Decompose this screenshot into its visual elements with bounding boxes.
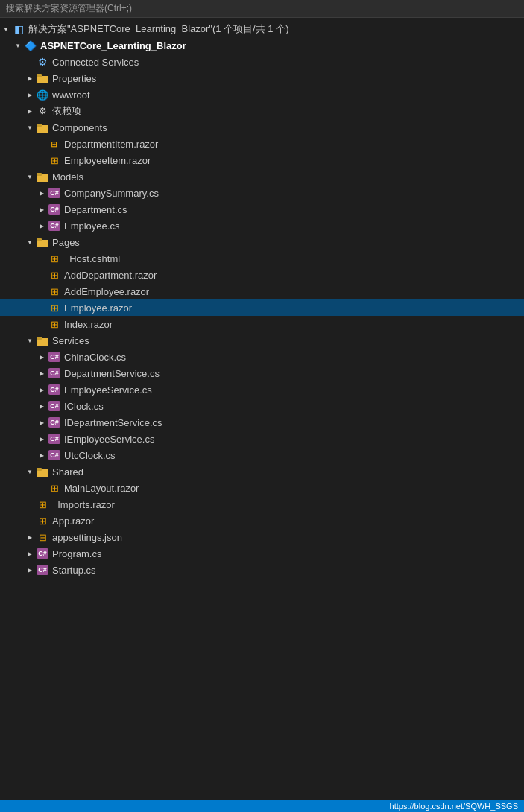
pages-label: Pages xyxy=(52,237,80,248)
addemployee-row[interactable]: ⊞ AddEmployee.razor xyxy=(0,283,524,299)
employee-razor-row[interactable]: ⊞ Employee.razor xyxy=(0,299,524,316)
pages-folder-icon xyxy=(36,236,49,248)
wwwroot-icon: 🌐 xyxy=(36,89,49,101)
idepartmentservice-row[interactable]: C# IDepartmentService.cs xyxy=(0,414,524,431)
program-cs-row[interactable]: C# Program.cs xyxy=(0,545,524,562)
wwwroot-expand[interactable] xyxy=(24,89,36,101)
imports-razor-icon: ⊞ xyxy=(36,498,49,510)
host-label: _Host.cshtml xyxy=(64,253,120,264)
properties-expand[interactable] xyxy=(24,72,36,84)
properties-row[interactable]: Properties xyxy=(0,70,524,86)
models-label: Models xyxy=(52,171,83,183)
services-folder-icon xyxy=(36,334,49,346)
appsettings-icon: ⊟ xyxy=(36,531,49,543)
components-label: Components xyxy=(52,122,107,133)
components-expand[interactable] xyxy=(24,121,36,133)
iemployeeservice-row[interactable]: C# IEmployeeService.cs xyxy=(0,431,524,447)
models-expand[interactable] xyxy=(24,171,36,183)
statusbar-url: https://blog.csdn.net/SQWH_SSGS xyxy=(390,802,518,811)
employee-cs-row[interactable]: C# Employee.cs xyxy=(0,218,524,234)
dependencies-icon: ⚙ xyxy=(36,105,49,117)
iemployeeservice-label: IEmployeeService.cs xyxy=(64,434,154,445)
statusbar: https://blog.csdn.net/SQWH_SSGS xyxy=(0,800,524,812)
chinaclock-cs-icon: C# xyxy=(48,351,61,363)
adddepartment-label: AddDepartment.razor xyxy=(64,270,157,281)
svg-rect-7 xyxy=(37,238,42,241)
shared-label: Shared xyxy=(52,466,83,478)
appsettings-row[interactable]: ⊟ appsettings.json xyxy=(0,529,524,545)
iclock-row[interactable]: C# IClock.cs xyxy=(0,398,524,414)
mainlayout-row[interactable]: ⊞ MainLayout.razor xyxy=(0,480,524,496)
connected-services-row[interactable]: ⚙ Connected Services xyxy=(0,54,524,70)
program-cs-label: Program.cs xyxy=(52,548,101,559)
project-icon: 🔷 xyxy=(24,39,37,51)
shared-folder-row[interactable]: Shared xyxy=(0,463,524,480)
app-razor-label: App.razor xyxy=(52,516,94,527)
employeeitem-row[interactable]: ⊞ EmployeeItem.razor xyxy=(0,152,524,168)
utcclock-row[interactable]: C# UtcClock.cs xyxy=(0,447,524,463)
solution-label: 解决方案"ASPNETCore_Learnting_Blazor"(1 个项目/… xyxy=(28,22,289,36)
imports-razor-row[interactable]: ⊞ _Imports.razor xyxy=(0,496,524,513)
department-item-row[interactable]: ⊞ DepartmentItem.razor xyxy=(0,136,524,152)
employee-razor-icon: ⊞ xyxy=(48,302,61,314)
wwwroot-row[interactable]: 🌐 wwwroot xyxy=(0,86,524,103)
properties-icon xyxy=(36,72,49,84)
addemployee-razor-icon: ⊞ xyxy=(48,285,61,297)
department-cs-row[interactable]: C# Department.cs xyxy=(0,201,524,218)
pages-expand[interactable] xyxy=(24,236,36,248)
utcclock-label: UtcClock.cs xyxy=(64,450,116,461)
services-folder-row[interactable]: Services xyxy=(0,332,524,349)
host-cshtml-row[interactable]: ⊞ _Host.cshtml xyxy=(0,250,524,267)
svg-rect-3 xyxy=(37,124,42,127)
companysummary-row[interactable]: C# CompanySummary.cs xyxy=(0,185,524,201)
departmentitem-razor-icon: ⊞ xyxy=(48,138,61,150)
departmentitem-label: DepartmentItem.razor xyxy=(64,139,158,150)
dependencies-expand[interactable] xyxy=(24,105,36,117)
properties-label: Properties xyxy=(52,73,96,84)
shared-folder-icon xyxy=(36,466,49,478)
wwwroot-label: wwwroot xyxy=(52,89,90,101)
index-razor-row[interactable]: ⊞ Index.razor xyxy=(0,316,524,332)
models-folder-icon xyxy=(36,171,49,183)
departmentservice-row[interactable]: C# DepartmentService.cs xyxy=(0,365,524,381)
chinaclock-label: ChinaClock.cs xyxy=(64,352,126,363)
app-razor-row[interactable]: ⊞ App.razor xyxy=(0,513,524,529)
svg-rect-11 xyxy=(37,468,42,471)
dependencies-row[interactable]: ⚙ 依赖项 xyxy=(0,103,524,119)
adddepartment-row[interactable]: ⊞ AddDepartment.razor xyxy=(0,267,524,283)
project-row[interactable]: 🔷 ASPNETCore_Learnting_Blazor xyxy=(0,37,524,54)
app-razor-icon: ⊞ xyxy=(36,515,49,527)
services-expand[interactable] xyxy=(24,334,36,346)
project-expand[interactable] xyxy=(12,39,24,51)
employeeservice-cs-icon: C# xyxy=(48,384,61,396)
shared-expand[interactable] xyxy=(24,466,36,478)
chinaclock-row[interactable]: C# ChinaClock.cs xyxy=(0,349,524,365)
svg-rect-9 xyxy=(37,337,42,340)
utcclock-cs-icon: C# xyxy=(48,449,61,461)
employeeitem-razor-icon: ⊞ xyxy=(48,154,61,166)
employee-razor-label: Employee.razor xyxy=(64,302,132,314)
employeeservice-label: EmployeeService.cs xyxy=(64,384,152,396)
employee-cs-label: Employee.cs xyxy=(64,221,119,232)
companysummary-cs-icon: C# xyxy=(48,187,61,199)
department-cs-icon: C# xyxy=(48,203,61,215)
employeeservice-row[interactable]: C# EmployeeService.cs xyxy=(0,381,524,398)
index-razor-label: Index.razor xyxy=(64,319,113,330)
components-folder-row[interactable]: Components xyxy=(0,119,524,136)
employee-cs-icon: C# xyxy=(48,220,61,232)
adddepartment-razor-icon: ⊞ xyxy=(48,269,61,281)
employeeitem-label: EmployeeItem.razor xyxy=(64,155,151,166)
idepartmentservice-cs-icon: C# xyxy=(48,416,61,428)
iclock-cs-icon: C# xyxy=(48,400,61,412)
startup-cs-icon: C# xyxy=(36,564,49,576)
dependencies-label: 依赖项 xyxy=(52,104,81,118)
startup-cs-row[interactable]: C# Startup.cs xyxy=(0,562,524,578)
toolbar-hint: 搜索解决方案资源管理器(Ctrl+;) xyxy=(0,0,524,18)
project-label: ASPNETCore_Learnting_Blazor xyxy=(40,40,186,51)
pages-folder-row[interactable]: Pages xyxy=(0,234,524,250)
models-folder-row[interactable]: Models xyxy=(0,168,524,185)
iemployeeservice-cs-icon: C# xyxy=(48,433,61,445)
solution-expand[interactable] xyxy=(0,23,12,35)
imports-razor-label: _Imports.razor xyxy=(52,499,115,510)
solution-row[interactable]: ◧ 解决方案"ASPNETCore_Learnting_Blazor"(1 个项… xyxy=(0,21,524,37)
